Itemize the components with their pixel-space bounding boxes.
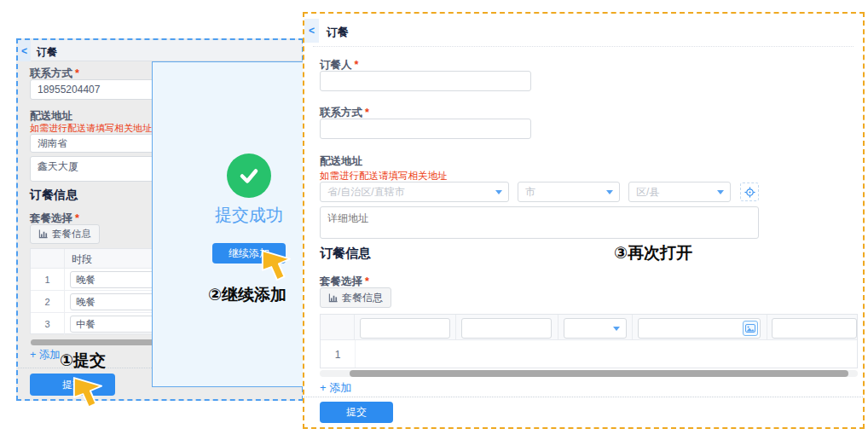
chevron-down-icon	[717, 190, 724, 194]
image-upload-button[interactable]	[743, 321, 758, 336]
index-column-header	[321, 315, 355, 340]
left-panel-header: < 订餐	[18, 40, 302, 61]
page-title: 订餐	[37, 45, 57, 60]
order-info-title: 订餐信息	[30, 188, 78, 203]
screenshot-canvas: < 订餐 联系方式* 配送地址 如需进行配送请填写相关地址 鑫天大厦 订餐信息 …	[0, 0, 868, 446]
plus-icon: +	[30, 349, 36, 361]
orderer-input[interactable]	[320, 71, 531, 91]
detail-address-textarea[interactable]	[320, 206, 759, 239]
flavor-cell-select[interactable]	[564, 318, 627, 339]
locate-button[interactable]	[740, 182, 759, 201]
price-cell-input[interactable]	[772, 318, 857, 339]
meal-info-button[interactable]: 套餐信息	[30, 224, 100, 244]
order-info-title: 订餐信息	[320, 246, 371, 262]
picture-icon	[745, 324, 755, 333]
row-index: 1	[321, 340, 355, 368]
horizontal-scrollbar	[320, 370, 858, 377]
province-select[interactable]: 省/自治区/直辖市	[320, 182, 509, 202]
required-mark: *	[75, 67, 79, 79]
city-select[interactable]: 市	[518, 182, 620, 202]
district-select[interactable]: 区/县	[628, 182, 731, 202]
chevron-down-icon	[495, 190, 502, 194]
back-chevron-icon[interactable]: <	[304, 19, 319, 43]
address-label: 配送地址	[320, 154, 362, 169]
add-row-link[interactable]: + 添加	[320, 380, 351, 396]
required-mark: *	[355, 59, 359, 71]
locate-icon	[744, 187, 755, 198]
plus-icon: +	[320, 381, 327, 394]
chevron-down-icon	[606, 190, 613, 194]
divider	[355, 340, 356, 368]
required-mark: *	[75, 212, 79, 224]
right-form-panel: < 订餐 订餐人* 联系方式* 配送地址 如需进行配送请填写相关地址 省/自治区…	[303, 12, 865, 429]
add-row-link[interactable]: + 添加	[30, 348, 61, 362]
required-mark: *	[365, 107, 369, 119]
time-cell-input[interactable]	[360, 318, 450, 339]
bar-chart-icon	[38, 229, 48, 239]
cursor-arrow-icon	[260, 248, 292, 287]
address-hint: 如需进行配送请填写相关地址	[30, 122, 152, 135]
step3-annotation: ③再次打开	[614, 242, 692, 264]
divider	[313, 46, 854, 47]
meal-info-button[interactable]: 套餐信息	[320, 287, 391, 308]
success-check-icon	[227, 153, 271, 198]
required-mark: *	[365, 275, 369, 287]
contact-input[interactable]	[320, 119, 531, 139]
time-column-header: 时段	[72, 252, 92, 267]
submit-button[interactable]: 提交	[320, 402, 393, 423]
bar-chart-icon	[328, 293, 338, 303]
back-chevron-icon[interactable]: <	[18, 40, 31, 61]
name-cell-input[interactable]	[461, 318, 552, 339]
divider	[304, 397, 863, 397]
horizontal-scrollbar-thumb[interactable]	[350, 370, 848, 377]
chevron-down-icon	[613, 327, 620, 331]
index-column-header	[31, 249, 65, 269]
cursor-arrow-icon	[72, 375, 104, 414]
address-hint: 如需进行配送请填写相关地址	[320, 170, 448, 182]
step1-annotation: ①提交	[60, 350, 106, 372]
page-title: 订餐	[327, 25, 349, 40]
